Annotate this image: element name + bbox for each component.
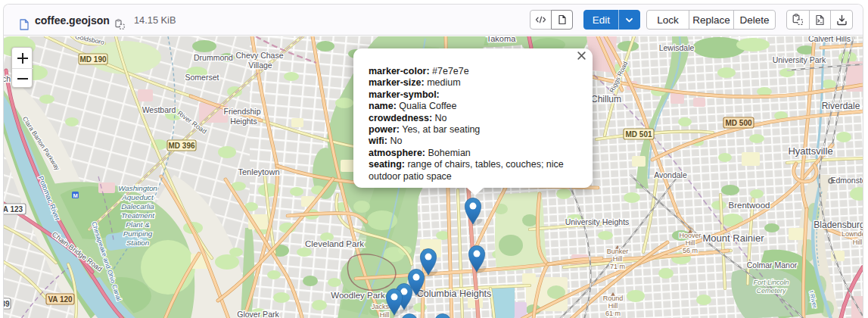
svg-text:Drummond: Drummond [194, 53, 233, 62]
svg-text:Edmonston: Edmonston [830, 176, 863, 185]
svg-text:Hill: Hill [686, 239, 695, 247]
svg-text:56 m: 56 m [683, 247, 698, 254]
svg-text:MD 501: MD 501 [625, 130, 652, 139]
svg-text:Hill: Hill [613, 255, 623, 263]
svg-text:Aqueduct: Aqueduct [121, 193, 154, 201]
svg-text:Lowndes: Lowndes [842, 230, 863, 238]
svg-text:M: M [73, 192, 77, 199]
svg-text:Hoover: Hoover [679, 232, 701, 239]
svg-text:MD 396: MD 396 [168, 142, 194, 150]
svg-text:Avondale: Avondale [654, 170, 687, 179]
svg-text:MD 500: MD 500 [725, 119, 751, 127]
svg-text:Bladensburg: Bladensburg [814, 220, 863, 230]
svg-text:Village: Village [248, 61, 272, 70]
svg-text:Washington: Washington [118, 184, 157, 192]
svg-text:61 m: 61 m [605, 310, 621, 317]
svg-text:Treatment: Treatment [121, 211, 155, 220]
svg-text:39: 39 [4, 300, 10, 308]
svg-text:Heights: Heights [230, 117, 257, 126]
svg-text:Somerset: Somerset [185, 73, 219, 82]
svg-text:University Heights: University Heights [565, 217, 630, 226]
svg-text:Glover Park: Glover Park [237, 310, 279, 318]
svg-text:Cleveland Park: Cleveland Park [305, 239, 364, 248]
svg-text:Bunker: Bunker [607, 248, 629, 255]
svg-text:Calvert Hills: Calvert Hills [808, 36, 851, 43]
svg-text:Fort Lincoln: Fort Lincoln [753, 279, 789, 286]
svg-text:71 m: 71 m [610, 263, 625, 270]
svg-text:Chillum: Chillum [591, 94, 621, 104]
svg-text:Takoma: Takoma [487, 36, 516, 43]
svg-text:Lewisdale: Lewisdale [659, 43, 695, 52]
svg-text:Hill: Hill [853, 238, 863, 246]
svg-text:VA 123: VA 123 [4, 205, 23, 214]
svg-text:Mount Rainier: Mount Rainier [703, 232, 765, 244]
svg-text:University Park: University Park [773, 55, 826, 64]
svg-text:Plant &: Plant & [126, 220, 150, 229]
svg-text:Woodley Park: Woodley Park [331, 291, 385, 300]
svg-text:Riverdale: Riverdale [822, 101, 860, 111]
svg-text:Westbard: Westbard [142, 105, 176, 114]
svg-text:Brentwood: Brentwood [729, 201, 770, 210]
svg-text:Hill: Hill [380, 311, 390, 318]
svg-text:Chevy Chase: Chevy Chase [235, 51, 283, 60]
svg-text:Colmar Manor: Colmar Manor [747, 260, 798, 270]
svg-text:MD 190: MD 190 [79, 55, 106, 64]
svg-text:ch: ch [4, 74, 11, 83]
svg-text:Hill: Hill [608, 302, 618, 310]
svg-text:Station: Station [126, 238, 150, 247]
svg-text:VA 120: VA 120 [48, 295, 73, 304]
svg-text:Dalecarlia: Dalecarlia [121, 202, 154, 210]
svg-text:Pumping: Pumping [123, 229, 153, 238]
svg-text:Columbia Heights: Columbia Heights [417, 288, 492, 299]
svg-text:Hyattsville: Hyattsville [788, 145, 832, 157]
svg-text:Cemetery: Cemetery [756, 287, 786, 295]
svg-text:Friendship: Friendship [223, 107, 260, 116]
svg-text:Tenleytown: Tenleytown [238, 167, 279, 176]
svg-text:Round: Round [603, 295, 624, 302]
